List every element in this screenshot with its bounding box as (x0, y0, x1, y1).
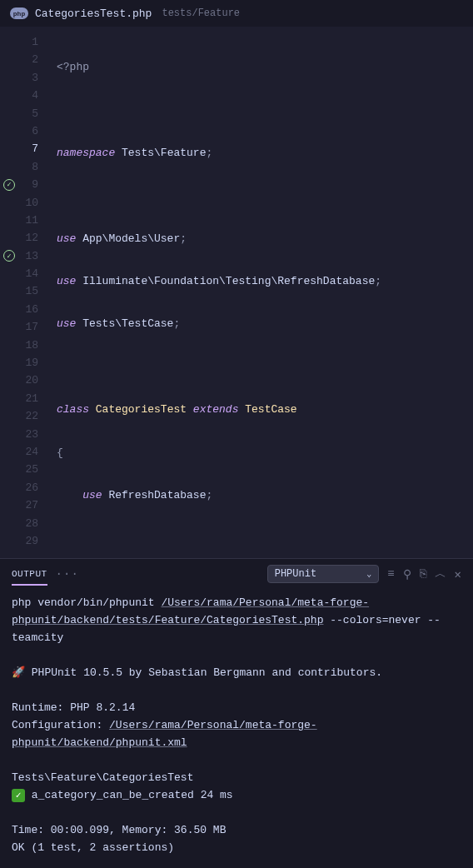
gutter-row (0, 69, 18, 87)
line-number: 22 (18, 407, 47, 425)
more-tabs-icon[interactable]: ··· (56, 567, 79, 581)
gutter-row (0, 265, 18, 282)
gutter-row (0, 33, 18, 51)
namespace-kw: namespace (57, 147, 115, 159)
line-number: 23 (18, 426, 47, 443)
tab-filename[interactable]: CategoriesTest.php (35, 7, 152, 20)
output-panel: OUTPUT ··· PHPUnit ⌄ ≡ ⚲ ⎘ ︿ ✕ php vendo… (0, 558, 473, 868)
line-number: 11 (18, 212, 47, 229)
line-number: 26 (18, 479, 47, 496)
tab-path: tests/Feature (162, 7, 240, 19)
runtime-line: Runtime: PHP 8.2.14 (12, 699, 461, 716)
gutter-marks: ✓✓ (0, 27, 18, 558)
gutter-row (0, 390, 18, 407)
rocket-icon: 🚀 (12, 666, 25, 679)
pass-check-icon: ✓ (12, 789, 25, 802)
gutter-row (0, 479, 18, 496)
test-result-line: ✓ a_category_can_be_created 24 ms (12, 786, 461, 804)
gutter-row (0, 515, 18, 532)
line-number: 28 (18, 515, 47, 532)
output-tab[interactable]: OUTPUT (12, 569, 47, 586)
gutter-row (0, 158, 18, 176)
line-number: 27 (18, 496, 47, 514)
line-numbers: 1234567891011121314151617181920212223242… (18, 27, 47, 558)
class-name: CategoriesTest (89, 403, 193, 416)
gutter-row (0, 443, 18, 461)
panel-body[interactable]: php vendor/bin/phpunit /Users/rama/Perso… (0, 589, 473, 868)
line-number: 25 (18, 461, 47, 478)
test-pass-icon[interactable]: ✓ (3, 250, 15, 262)
gutter-row (0, 122, 18, 140)
line-number: 8 (18, 158, 47, 176)
gutter-row (0, 282, 18, 300)
line-number: 9 (18, 176, 47, 193)
test-class-line: Tests\Feature\CategoriesTest (12, 769, 461, 786)
line-number: 24 (18, 443, 47, 461)
line-number: 14 (18, 265, 47, 282)
line-number: 13 (18, 247, 47, 265)
chevron-up-icon[interactable]: ︿ (435, 566, 446, 581)
line-number: 2 (18, 51, 47, 68)
dropdown-value: PHPUnit (275, 568, 316, 580)
php-file-icon: php (10, 7, 28, 19)
gutter-row (0, 87, 18, 104)
line-number: 10 (18, 194, 47, 212)
line-number: 21 (18, 390, 47, 407)
line-number: 19 (18, 354, 47, 372)
code-editor[interactable]: ✓✓ 1234567891011121314151617181920212223… (0, 27, 473, 558)
gutter-row: ✓ (0, 247, 18, 265)
gutter-row (0, 105, 18, 122)
gutter-row: ✓ (0, 176, 18, 193)
gutter-row (0, 229, 18, 247)
clear-icon[interactable]: ⎘ (420, 567, 426, 581)
gutter-row (0, 496, 18, 514)
line-number: 12 (18, 229, 47, 247)
gutter-row (0, 372, 18, 389)
line-number: 20 (18, 372, 47, 389)
gutter-row (0, 337, 18, 354)
php-open-tag: <?php (57, 61, 89, 73)
line-number: 5 (18, 105, 47, 122)
line-number: 16 (18, 301, 47, 318)
config-line: Configuration: /Users/rama/Personal/meta… (12, 716, 461, 751)
cmd-line: php vendor/bin/phpunit /Users/rama/Perso… (12, 594, 461, 646)
gutter-row (0, 194, 18, 212)
line-number: 18 (18, 337, 47, 354)
gutter-row (0, 407, 18, 425)
gutter-row (0, 354, 18, 372)
panel-header: OUTPUT ··· PHPUnit ⌄ ≡ ⚲ ⎘ ︿ ✕ (0, 559, 473, 589)
line-number: 6 (18, 122, 47, 140)
chevron-down-icon: ⌄ (366, 569, 371, 579)
time-line: Time: 00:00.099, Memory: 36.50 MB (12, 821, 461, 839)
gutter-row (0, 212, 18, 229)
code-area[interactable]: <?php namespace Tests\Feature; use App\M… (47, 27, 473, 558)
output-channel-dropdown[interactable]: PHPUnit ⌄ (267, 565, 379, 583)
gutter-row (0, 461, 18, 478)
line-number: 15 (18, 282, 47, 300)
namespace-val: Tests\Feature (115, 147, 206, 159)
lock-icon[interactable]: ⚲ (403, 567, 411, 581)
filter-icon[interactable]: ≡ (387, 567, 394, 581)
tab-bar: php CategoriesTest.php tests/Feature (0, 0, 473, 27)
line-number: 1 (18, 33, 47, 51)
gutter-row (0, 532, 18, 550)
line-number: 7 (18, 140, 47, 157)
gutter-row (0, 426, 18, 443)
line-number: 3 (18, 69, 47, 87)
phpunit-version: 🚀 PHPUnit 10.5.5 by Sebastian Bergmann a… (12, 664, 461, 681)
gutter-row (0, 301, 18, 318)
line-number: 29 (18, 532, 47, 550)
ok-line: OK (1 test, 2 assertions) (12, 839, 461, 856)
test-pass-icon[interactable]: ✓ (3, 179, 15, 191)
gutter-row (0, 140, 18, 157)
line-number: 4 (18, 87, 47, 104)
gutter-row (0, 318, 18, 336)
gutter-row (0, 51, 18, 68)
line-number: 17 (18, 318, 47, 336)
close-icon[interactable]: ✕ (455, 567, 461, 581)
